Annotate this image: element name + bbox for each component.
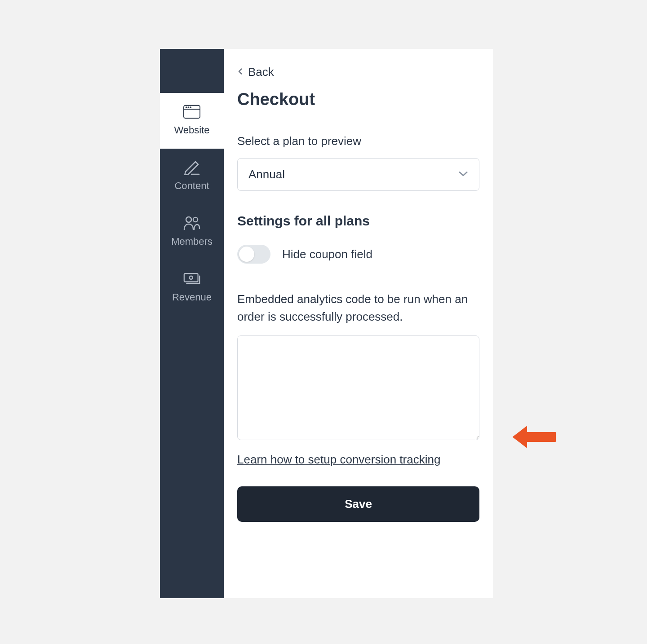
svg-point-3 [188,107,189,108]
svg-point-7 [193,217,198,222]
hide-coupon-toggle[interactable] [237,245,270,264]
pencil-icon [183,161,200,174]
sidebar-item-label: Website [174,124,209,136]
sidebar-item-label: Members [171,236,213,247]
sidebar-logo [160,49,224,93]
chevron-left-icon [237,68,244,76]
toggle-knob [239,247,254,262]
page-title: Checkout [237,90,479,109]
svg-point-9 [190,276,193,279]
plan-select-value: Annual [248,168,285,181]
svg-point-6 [186,217,191,222]
sidebar-item-label: Content [174,180,209,192]
back-button[interactable]: Back [237,65,479,79]
sidebar-item-revenue[interactable]: Revenue [160,260,224,316]
members-icon [183,217,200,229]
sidebar-item-content[interactable]: Content [160,149,224,204]
sidebar-item-members[interactable]: Members [160,204,224,260]
hide-coupon-row: Hide coupon field [237,245,479,264]
plan-select-label: Select a plan to preview [237,134,479,148]
back-label: Back [248,65,274,79]
sidebar: Website Content Members [160,49,224,598]
browser-window-icon [183,106,200,118]
analytics-code-input[interactable] [237,335,479,440]
learn-conversion-link[interactable]: Learn how to setup conversion tracking [237,453,440,467]
app-window: Website Content Members [160,49,493,598]
money-icon [183,273,200,285]
svg-point-4 [190,107,191,108]
main-content: Back Checkout Select a plan to preview A… [224,49,493,598]
plan-select[interactable]: Annual [237,158,479,191]
svg-rect-8 [184,273,198,282]
analytics-description: Embedded analytics code to be run when a… [237,291,479,326]
sidebar-item-website[interactable]: Website [160,93,224,149]
hide-coupon-label: Hide coupon field [282,247,372,261]
svg-point-2 [186,107,187,108]
callout-arrow-icon [510,421,554,448]
chevron-down-icon [458,171,468,179]
sidebar-item-label: Revenue [172,291,212,303]
save-button[interactable]: Save [237,486,479,522]
settings-heading: Settings for all plans [237,213,479,229]
